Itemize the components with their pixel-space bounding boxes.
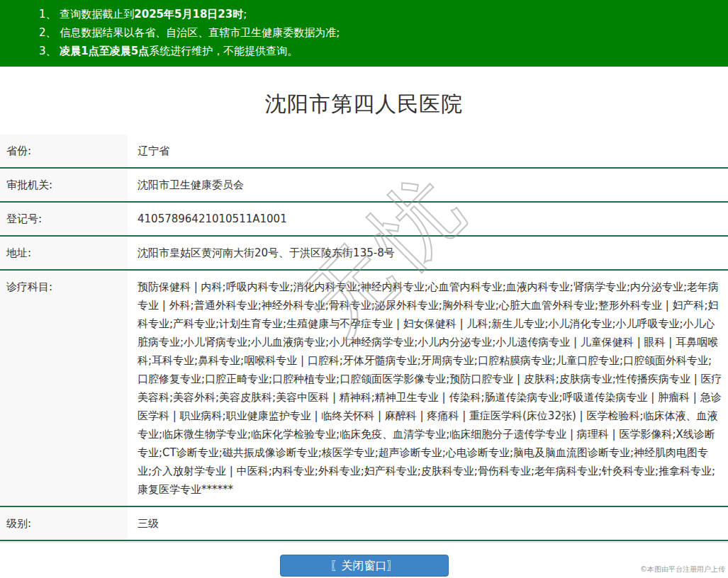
row-label: 级别: [0, 507, 128, 540]
row-label: 审批机关: [0, 169, 128, 201]
row-label: 地址: [0, 237, 128, 269]
bottom-bar: 〖关闭窗口〗 [0, 542, 728, 578]
notice-bold: 凌晨1点至凌晨5点 [60, 45, 149, 57]
row-value: 41057896421010511A1001 [128, 203, 728, 235]
notice-bold: 2025年5月18日23时 [134, 8, 243, 21]
table-row-province: 省份: 辽宁省 [0, 135, 728, 169]
notice-text: 3、 [39, 45, 60, 57]
row-value: 沈阳市卫生健康委员会 [128, 169, 728, 201]
table-row-level: 级别: 三级 [0, 507, 728, 541]
notice-line-1: 1、 查询数据截止到2025年5月18日23时; [39, 5, 721, 23]
row-label: 登记号: [0, 203, 128, 235]
row-label: 诊疗科目: [0, 271, 128, 506]
table-row-medical-subjects: 诊疗科目: 预防保健科 | 内科;呼吸内科专业;消化内科专业;神经内科专业;心血… [0, 271, 728, 507]
notice-text: 2、 信息数据结果以各省、自治区、直辖市卫生健康委数据为准; [39, 26, 340, 39]
notice-line-3: 3、 凌晨1点至凌晨5点系统进行维护，不能提供查询。 [39, 42, 721, 60]
copyright-note: ©本图由平台注册用户上传 [640, 565, 725, 574]
notice-line-2: 2、 信息数据结果以各省、自治区、直辖市卫生健康委数据为准; [39, 23, 721, 42]
notice-text: ; [243, 8, 247, 21]
notice-banner: 1、 查询数据截止到2025年5月18日23时; 2、 信息数据结果以各省、自治… [0, 0, 728, 67]
table-row-registration-number: 登记号: 41057896421010511A1001 [0, 203, 728, 237]
notice-text: 系统进行维护，不能提供查询。 [149, 45, 298, 57]
table-row-approval-authority: 审批机关: 沈阳市卫生健康委员会 [0, 169, 728, 203]
page-title: 沈阳市第四人民医院 [0, 90, 728, 119]
close-window-button[interactable]: 〖关闭窗口〗 [280, 555, 449, 577]
hospital-details-table: 省份: 辽宁省 审批机关: 沈阳市卫生健康委员会 登记号: 4105789642… [0, 135, 728, 575]
table-row-address: 地址: 沈阳市皇姑区黄河南大街20号、于洪区陵东街135-8号 [0, 237, 728, 271]
row-value: 沈阳市皇姑区黄河南大街20号、于洪区陵东街135-8号 [128, 237, 728, 269]
row-value: 三级 [128, 507, 728, 540]
row-value: 预防保健科 | 内科;呼吸内科专业;消化内科专业;神经内科专业;心血管内科专业;… [128, 271, 728, 506]
notice-text: 1、 查询数据截止到 [39, 8, 134, 21]
row-label: 省份: [0, 135, 128, 167]
row-value: 辽宁省 [128, 135, 728, 167]
